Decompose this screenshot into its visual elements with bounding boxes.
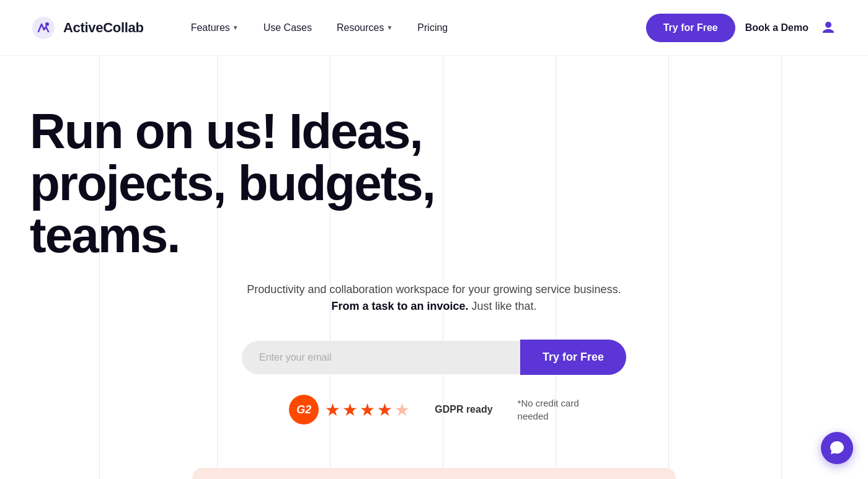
email-input[interactable] xyxy=(242,341,520,374)
chat-icon xyxy=(829,440,845,456)
nav-actions: Try for Free Book a Demo xyxy=(646,14,838,42)
hero-subtitle: Productivity and collaboration workspace… xyxy=(211,281,657,315)
nav-book-demo-button[interactable]: Book a Demo xyxy=(745,22,808,33)
svg-point-0 xyxy=(45,22,49,26)
nav-links: Features ▼ Use Cases Resources ▼ Pricing xyxy=(181,17,646,38)
logo-icon xyxy=(30,14,57,42)
hero-section: Run on us! Ideas, projects, budgets, tea… xyxy=(30,56,838,449)
star-5: ★ xyxy=(394,400,410,420)
star-4: ★ xyxy=(377,400,392,420)
chat-support-button[interactable] xyxy=(821,432,853,464)
hero-subtitle-bold: From a task to an invoice. xyxy=(331,300,468,312)
hero-title: Run on us! Ideas, projects, budgets, tea… xyxy=(30,105,575,261)
app-preview: 2:38 xyxy=(30,468,838,479)
hero-badges: G2 ★ ★ ★ ★ ★ GDPR ready *No credit card … xyxy=(30,395,838,424)
user-account-icon[interactable] xyxy=(818,18,838,38)
nav-use-cases[interactable]: Use Cases xyxy=(254,17,322,38)
resources-chevron-icon: ▼ xyxy=(386,24,392,31)
nav-resources[interactable]: Resources ▼ xyxy=(327,17,402,38)
star-2: ★ xyxy=(342,400,358,420)
nav-features[interactable]: Features ▼ xyxy=(181,17,249,38)
no-credit-card-notice: *No credit card needed xyxy=(518,397,579,423)
app-preview-window: 2:38 xyxy=(192,468,676,479)
navbar: ActiveCollab Features ▼ Use Cases Resour… xyxy=(0,0,868,56)
hero-subtitle-container: Productivity and collaboration workspace… xyxy=(211,281,657,315)
gdpr-badge: GDPR ready xyxy=(435,404,492,415)
hero-try-free-button[interactable]: Try for Free xyxy=(520,340,626,375)
nav-pricing[interactable]: Pricing xyxy=(407,17,458,38)
logo-link[interactable]: ActiveCollab xyxy=(30,14,144,42)
logo-text: ActiveCollab xyxy=(63,20,144,36)
star-3: ★ xyxy=(360,400,375,420)
g2-badge: G2 ★ ★ ★ ★ ★ xyxy=(289,395,410,424)
star-rating: ★ ★ ★ ★ ★ xyxy=(325,400,410,420)
nav-try-free-button[interactable]: Try for Free xyxy=(646,14,735,42)
g2-icon: G2 xyxy=(289,395,319,424)
features-chevron-icon: ▼ xyxy=(232,24,239,31)
hero-email-form: Try for Free xyxy=(242,340,626,375)
page-content: Run on us! Ideas, projects, budgets, tea… xyxy=(0,56,868,479)
star-1: ★ xyxy=(325,400,340,420)
